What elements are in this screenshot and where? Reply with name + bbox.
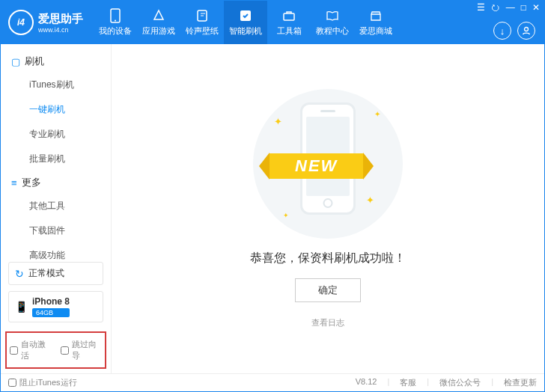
main-content: ✦ ✦ ✦ ✦ NEW 恭喜您，保资料刷机成功啦！ 确定 查看日志 xyxy=(112,44,544,373)
svg-point-5 xyxy=(525,28,529,31)
store-icon xyxy=(368,8,383,23)
footer-link-support[interactable]: 客服 xyxy=(400,377,416,388)
download-button[interactable]: ↓ xyxy=(493,22,511,40)
sidebar-item-other-tools[interactable]: 其他工具 xyxy=(1,194,111,218)
book-icon xyxy=(325,8,340,23)
window-close-button[interactable]: ✕ xyxy=(532,2,540,13)
brand-logo: i4 爱思助手 www.i4.cn xyxy=(1,1,94,44)
window-refresh-button[interactable]: ⭮ xyxy=(491,2,500,13)
flash-options: 自动激活 跳过向导 xyxy=(5,331,106,369)
device-info[interactable]: 📱 iPhone 8 64GB xyxy=(8,291,103,322)
view-log-link[interactable]: 查看日志 xyxy=(311,317,344,328)
brand-name: 爱思助手 xyxy=(38,12,83,26)
toolbox-icon xyxy=(281,8,296,23)
device-name: iPhone 8 xyxy=(32,296,70,307)
window-buttons: ☰ ⭮ — □ ✕ xyxy=(477,2,540,13)
sparkle-icon: ✦ xyxy=(274,116,282,127)
device-storage-badge: 64GB xyxy=(32,308,70,317)
brand-mark: i4 xyxy=(8,10,34,35)
sidebar-item-batch-flash[interactable]: 批量刷机 xyxy=(1,147,111,171)
phone-icon xyxy=(108,8,123,23)
svg-point-1 xyxy=(115,20,116,22)
sparkle-icon: ✦ xyxy=(366,195,374,206)
sidebar-section-flash[interactable]: ▢ 刷机 xyxy=(1,50,111,73)
device-mode[interactable]: ↻ 正常模式 xyxy=(8,262,103,285)
version-label: V8.12 xyxy=(356,377,377,388)
status-bar: 阻止iTunes运行 V8.12 | 客服 | 微信公众号 | 检查更新 xyxy=(1,373,544,391)
phone-outline-icon: ▢ xyxy=(11,56,20,67)
window-maximize-button[interactable]: □ xyxy=(521,2,526,13)
option-auto-activate[interactable]: 自动激活 xyxy=(10,339,52,361)
sidebar-item-advanced[interactable]: 高级功能 xyxy=(1,243,111,262)
auto-activate-checkbox[interactable] xyxy=(10,346,18,355)
success-message: 恭喜您，保资料刷机成功啦！ xyxy=(250,251,406,266)
block-itunes-checkbox[interactable] xyxy=(8,379,16,387)
sparkle-icon: ✦ xyxy=(283,212,289,219)
ok-button[interactable]: 确定 xyxy=(295,278,361,302)
flash-icon xyxy=(238,8,253,23)
sparkle-icon: ✦ xyxy=(374,110,380,118)
account-button[interactable] xyxy=(517,22,535,40)
option-skip-wizard[interactable]: 跳过向导 xyxy=(61,339,103,361)
sidebar-section-more[interactable]: ≡ 更多 xyxy=(1,171,111,194)
tab-flash[interactable]: 智能刷机 xyxy=(224,1,267,44)
sidebar: ▢ 刷机 iTunes刷机 一键刷机 专业刷机 批量刷机 ≡ 更多 其他工具 下… xyxy=(1,44,112,373)
window-minimize-button[interactable]: — xyxy=(506,2,515,13)
sidebar-item-pro-flash[interactable]: 专业刷机 xyxy=(1,122,111,147)
success-illustration: ✦ ✦ ✦ ✦ NEW xyxy=(253,89,403,239)
footer-link-wechat[interactable]: 微信公众号 xyxy=(439,377,481,388)
refresh-icon: ↻ xyxy=(15,268,24,280)
app-header: i4 爱思助手 www.i4.cn 我的设备 应用游戏 铃声壁纸 智能刷机 xyxy=(1,1,544,44)
tab-ring[interactable]: 铃声壁纸 xyxy=(180,1,224,44)
menu-icon: ≡ xyxy=(11,177,17,189)
tab-apps[interactable]: 应用游戏 xyxy=(137,1,180,44)
tab-toolbox[interactable]: 工具箱 xyxy=(267,1,311,44)
brand-url: www.i4.cn xyxy=(38,26,83,34)
apps-icon xyxy=(151,8,166,23)
tab-tutorial[interactable]: 教程中心 xyxy=(311,1,354,44)
tab-mall[interactable]: 爱思商城 xyxy=(354,1,398,44)
footer-link-update[interactable]: 检查更新 xyxy=(504,377,537,388)
tab-device[interactable]: 我的设备 xyxy=(94,1,137,44)
block-itunes-option[interactable]: 阻止iTunes运行 xyxy=(8,377,77,388)
svg-rect-4 xyxy=(284,13,294,20)
new-ribbon: NEW xyxy=(270,153,363,179)
device-icon: 📱 xyxy=(15,301,28,313)
music-icon xyxy=(195,8,210,23)
window-menu-button[interactable]: ☰ xyxy=(477,2,485,13)
skip-wizard-checkbox[interactable] xyxy=(61,346,69,355)
sidebar-item-download-firmware[interactable]: 下载固件 xyxy=(1,218,111,243)
sidebar-item-oneclick-flash[interactable]: 一键刷机 xyxy=(1,97,111,122)
sidebar-item-itunes-flash[interactable]: iTunes刷机 xyxy=(1,73,111,97)
